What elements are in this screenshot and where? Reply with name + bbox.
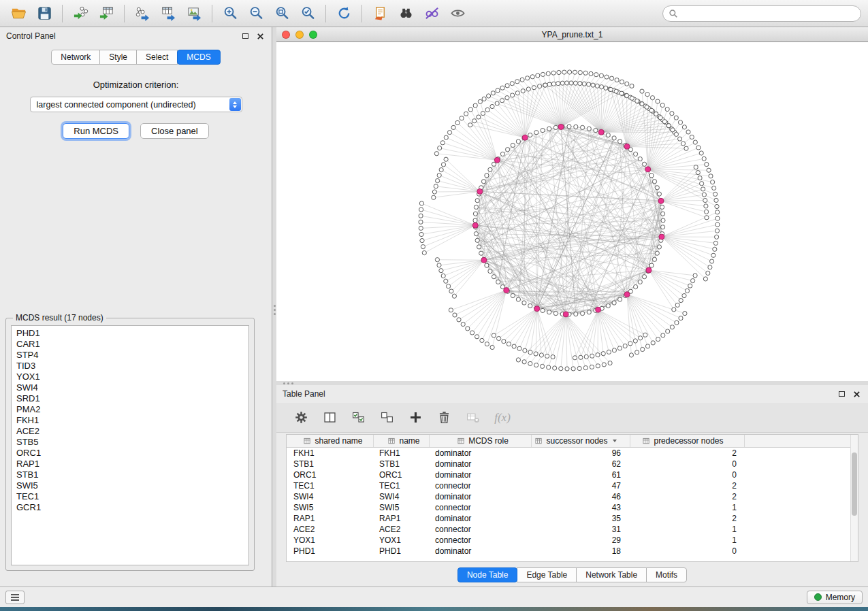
network-node[interactable] xyxy=(713,241,718,245)
zoom-in-button[interactable] xyxy=(217,3,243,24)
network-node[interactable] xyxy=(655,251,659,255)
network-node[interactable] xyxy=(698,176,702,180)
mcds-result-item[interactable]: STB1 xyxy=(12,469,248,480)
network-node[interactable] xyxy=(488,167,492,171)
network-node[interactable] xyxy=(492,162,496,166)
mcds-result-item[interactable]: RAP1 xyxy=(12,459,248,469)
network-node[interactable] xyxy=(541,129,545,133)
network-node[interactable] xyxy=(708,265,712,269)
column-header-predecessor-nodes[interactable]: predecessor nodes xyxy=(630,435,745,447)
network-node[interactable] xyxy=(642,162,646,166)
network-node[interactable] xyxy=(534,352,538,356)
hide-details-button[interactable] xyxy=(419,3,445,24)
network-node[interactable] xyxy=(713,247,717,251)
network-node[interactable] xyxy=(640,102,644,106)
network-node[interactable] xyxy=(690,135,694,139)
network-node[interactable] xyxy=(640,89,644,93)
show-details-button[interactable] xyxy=(445,3,470,24)
network-node[interactable] xyxy=(474,232,478,236)
network-node[interactable] xyxy=(656,99,660,103)
mcds-result-item[interactable]: TID3 xyxy=(12,361,248,371)
network-node[interactable] xyxy=(485,174,489,178)
network-node[interactable] xyxy=(651,341,655,345)
network-node[interactable] xyxy=(589,71,593,76)
network-node[interactable] xyxy=(441,163,445,167)
network-node[interactable] xyxy=(522,301,526,305)
network-node[interactable] xyxy=(649,174,654,178)
network-node[interactable] xyxy=(670,325,674,329)
mcds-result-item[interactable]: ORC1 xyxy=(12,448,248,459)
network-node[interactable] xyxy=(573,356,577,360)
network-node[interactable] xyxy=(645,344,649,348)
network-node[interactable] xyxy=(579,355,583,359)
tab-motifs[interactable]: Motifs xyxy=(646,567,687,582)
network-node[interactable] xyxy=(578,71,582,75)
import-table-button[interactable] xyxy=(93,3,119,24)
window-zoom-icon[interactable] xyxy=(309,31,317,39)
network-node[interactable] xyxy=(587,82,591,86)
network-node[interactable] xyxy=(696,171,700,175)
network-node[interactable] xyxy=(482,97,486,101)
network-node[interactable] xyxy=(670,112,674,116)
network-node[interactable] xyxy=(547,310,551,314)
table-row[interactable]: STB1STB1dominator620 xyxy=(287,459,850,469)
network-node[interactable] xyxy=(557,70,561,74)
network-node[interactable] xyxy=(497,336,501,340)
network-node[interactable] xyxy=(551,355,555,359)
column-header-mcds-role[interactable]: MCDS role xyxy=(430,435,532,447)
network-node[interactable] xyxy=(612,301,616,305)
network-node[interactable] xyxy=(610,76,614,80)
network-node[interactable] xyxy=(543,83,547,87)
network-node[interactable] xyxy=(559,367,563,371)
network-node[interactable] xyxy=(541,72,545,76)
mcds-dominator-node[interactable] xyxy=(624,144,630,149)
network-node[interactable] xyxy=(638,280,642,284)
network-node[interactable] xyxy=(444,157,448,161)
table-row[interactable]: YOX1YOX1connector291 xyxy=(287,535,850,546)
mcds-result-item[interactable]: PHD1 xyxy=(12,328,248,339)
table-row[interactable]: ACE2ACE2connector311 xyxy=(287,524,850,535)
network-node[interactable] xyxy=(520,78,524,82)
network-node[interactable] xyxy=(434,184,438,188)
network-node[interactable] xyxy=(419,214,423,218)
network-node[interactable] xyxy=(618,139,622,144)
network-node[interactable] xyxy=(475,335,479,339)
network-node[interactable] xyxy=(584,354,588,359)
network-node[interactable] xyxy=(608,361,612,365)
network-node[interactable] xyxy=(492,333,496,337)
network-node[interactable] xyxy=(565,81,569,85)
network-node[interactable] xyxy=(578,82,582,86)
refresh-button[interactable] xyxy=(331,3,357,24)
network-node[interactable] xyxy=(506,148,510,152)
network-node[interactable] xyxy=(661,333,665,337)
delete-column-button[interactable] xyxy=(433,407,455,429)
network-node[interactable] xyxy=(600,85,604,89)
mcds-result-item[interactable]: YOX1 xyxy=(12,371,248,382)
search-input[interactable] xyxy=(681,9,855,18)
mcds-dominator-node[interactable] xyxy=(558,125,564,130)
network-node[interactable] xyxy=(521,89,525,93)
network-node[interactable] xyxy=(502,340,506,344)
network-node[interactable] xyxy=(436,179,440,183)
network-node[interactable] xyxy=(517,346,521,350)
network-node[interactable] xyxy=(490,345,494,349)
network-node[interactable] xyxy=(704,204,708,208)
network-node[interactable] xyxy=(455,120,460,125)
network-node[interactable] xyxy=(630,96,634,100)
network-node[interactable] xyxy=(539,353,543,357)
network-node[interactable] xyxy=(604,86,608,90)
network-node[interactable] xyxy=(656,337,660,342)
mcds-dominator-node[interactable] xyxy=(563,312,568,317)
network-node[interactable] xyxy=(715,235,719,239)
network-node[interactable] xyxy=(516,358,520,362)
network-node[interactable] xyxy=(500,86,504,90)
network-node[interactable] xyxy=(516,297,520,301)
network-node[interactable] xyxy=(625,82,629,86)
network-node[interactable] xyxy=(568,70,572,74)
network-node[interactable] xyxy=(620,80,624,84)
network-node[interactable] xyxy=(666,329,670,333)
mcds-dominator-node[interactable] xyxy=(624,292,630,297)
network-node[interactable] xyxy=(547,127,551,131)
network-node[interactable] xyxy=(500,152,504,156)
network-node[interactable] xyxy=(562,70,566,74)
